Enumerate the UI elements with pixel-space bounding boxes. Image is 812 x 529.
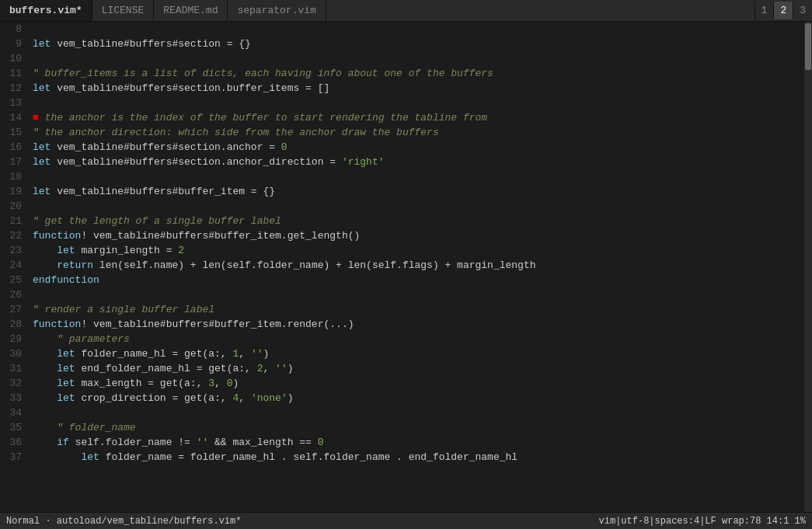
- line-num-20: 20: [0, 199, 22, 214]
- line-num-31: 31: [0, 361, 22, 376]
- line-num-35: 35: [0, 420, 22, 435]
- code-line-27: " render a single buffer label: [33, 302, 804, 317]
- line-num-11: 11: [0, 66, 22, 81]
- line-num-15: 15: [0, 125, 22, 140]
- code-line-19: let vem_tabline#buffers#buffer_item = {}: [33, 184, 804, 199]
- code-line-23: let margin_length = 2: [33, 243, 804, 258]
- line-num-14: 14: [0, 110, 22, 125]
- code-line-28: function! vem_tabline#buffers#buffer_ite…: [33, 317, 804, 332]
- code-line-34: [33, 405, 804, 420]
- code-line-17: let vem_tabline#buffers#section.anchor_d…: [33, 155, 804, 169]
- line-num-21: 21: [0, 214, 22, 228]
- code-line-14: ■ the anchor is the index of the buffer …: [33, 110, 804, 125]
- code-line-22: function! vem_tabline#buffers#buffer_ite…: [33, 228, 804, 243]
- line-num-13: 13: [0, 96, 22, 110]
- code-line-36: if self.folder_name != '' && max_length …: [33, 435, 804, 450]
- line-num-23: 23: [0, 243, 22, 258]
- line-num-29: 29: [0, 332, 22, 346]
- line-num-17: 17: [0, 155, 22, 169]
- code-line-33: let crop_direction = get(a:, 4, 'none'): [33, 391, 804, 405]
- code-line-12: let vem_tabline#buffers#section.buffer_i…: [33, 81, 804, 96]
- line-numbers: 8 9 10 11 12 13 14 15 16 17 18 19 20 21 …: [0, 22, 28, 512]
- code-line-21: " get the length of a single buffer labe…: [33, 214, 804, 228]
- line-num-10: 10: [0, 51, 22, 66]
- tab-num-1[interactable]: 1: [754, 2, 774, 19]
- code-line-20: [33, 199, 804, 214]
- code-line-30: let folder_name_hl = get(a:, 1, ''): [33, 346, 804, 361]
- tab-license[interactable]: LICENSE: [92, 0, 155, 21]
- code-area[interactable]: let vem_tabline#buffers#section = {} " b…: [28, 22, 804, 512]
- line-num-34: 34: [0, 405, 22, 420]
- code-line-35: " folder_name: [33, 420, 804, 435]
- line-num-30: 30: [0, 346, 22, 361]
- code-line-16: let vem_tabline#buffers#section.anchor =…: [33, 140, 804, 155]
- tab-bar: buffers.vim* LICENSE README.md separator…: [0, 0, 812, 22]
- code-line-18: [33, 169, 804, 184]
- line-num-36: 36: [0, 435, 22, 450]
- tab-readme[interactable]: README.md: [154, 0, 228, 21]
- tab-numbers: 1 2 3: [754, 0, 812, 21]
- line-num-19: 19: [0, 184, 22, 199]
- line-num-25: 25: [0, 273, 22, 287]
- tab-buffers-vim[interactable]: buffers.vim*: [0, 0, 92, 21]
- tab-separator-vim[interactable]: separator.vim: [228, 0, 326, 21]
- code-line-31: let end_folder_name_hl = get(a:, 2, ''): [33, 361, 804, 376]
- code-line-11: " buffer_items is a list of dicts, each …: [33, 66, 804, 81]
- line-num-37: 37: [0, 450, 22, 465]
- code-line-9: let vem_tabline#buffers#section = {}: [33, 37, 804, 51]
- tab-num-3[interactable]: 3: [793, 2, 812, 19]
- code-line-8: [33, 22, 804, 37]
- line-num-8: 8: [0, 22, 22, 37]
- line-num-26: 26: [0, 287, 22, 302]
- line-num-12: 12: [0, 81, 22, 96]
- code-line-29: " parameters: [33, 332, 804, 346]
- line-num-27: 27: [0, 302, 22, 317]
- status-left: Normal · autoload/vem_tabline/buffers.vi…: [6, 516, 241, 527]
- code-line-37: let folder_name = folder_name_hl . self.…: [33, 450, 804, 465]
- tab-num-2[interactable]: 2: [773, 2, 793, 19]
- status-right: vim|utf-8|spaces:4|LF wrap:78 14:1 1%: [599, 516, 806, 527]
- line-num-18: 18: [0, 169, 22, 184]
- scrollbar[interactable]: [804, 22, 812, 512]
- scrollbar-thumb[interactable]: [805, 23, 811, 70]
- editor: 8 9 10 11 12 13 14 15 16 17 18 19 20 21 …: [0, 22, 812, 512]
- line-num-28: 28: [0, 317, 22, 332]
- line-num-22: 22: [0, 228, 22, 243]
- line-num-9: 9: [0, 37, 22, 51]
- code-line-24: return len(self.name) + len(self.folder_…: [33, 258, 804, 273]
- code-line-10: [33, 51, 804, 66]
- line-num-16: 16: [0, 140, 22, 155]
- line-num-32: 32: [0, 376, 22, 391]
- code-line-25: endfunction: [33, 273, 804, 287]
- line-num-33: 33: [0, 391, 22, 405]
- code-line-26: [33, 287, 804, 302]
- code-line-15: " the anchor direction: which side from …: [33, 125, 804, 140]
- code-line-32: let max_length = get(a:, 3, 0): [33, 376, 804, 391]
- line-num-24: 24: [0, 258, 22, 273]
- code-line-13: [33, 96, 804, 110]
- status-bar: Normal · autoload/vem_tabline/buffers.vi…: [0, 512, 812, 529]
